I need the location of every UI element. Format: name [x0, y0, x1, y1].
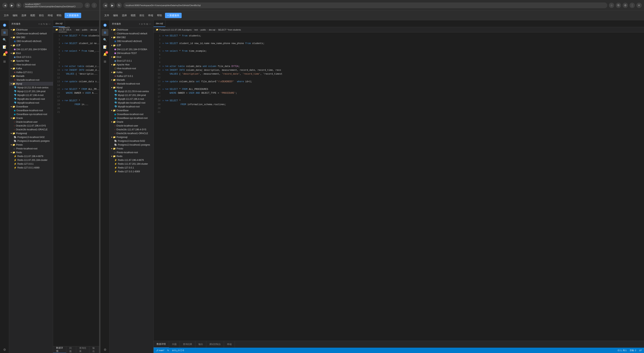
code-line-20[interactable]	[62, 106, 98, 110]
more-icon-right[interactable]: ⋯	[149, 23, 151, 25]
code-line-13[interactable]: ▷ runupdate column_data s...	[62, 80, 98, 84]
code-line-4[interactable]	[62, 45, 98, 49]
tree-item-Postgres13-localhost-5432[interactable]: 🐘Postgres13-localhost-5432	[9, 135, 53, 139]
menu-select-right[interactable]: 选择	[120, 13, 128, 18]
tree-item-DM-111.67.201.184-SYSDBA[interactable]: ⬟DM-111.67.201.184-SYSDBA	[110, 47, 153, 51]
bottom-tab-1[interactable]: 问题	[169, 341, 180, 348]
code-line-21[interactable]	[163, 110, 642, 114]
menu-file-left[interactable]: 文件	[2, 13, 10, 18]
menu-btn-right[interactable]: ⋮	[630, 3, 635, 8]
forward-btn-left[interactable]: ▶	[9, 3, 14, 8]
tree-item-OceanBase-localhost-root[interactable]: ◉OceanBase-localhost-root	[110, 112, 153, 116]
code-content-left[interactable]: ▷ runSELECT * from students; ▷ runSELECT…	[61, 32, 99, 346]
code-line-11[interactable]: VALUES ( 'description', :measurement, 'r…	[163, 72, 642, 76]
menu-help-left[interactable]: 帮助	[55, 13, 63, 18]
tree-item-Redis-111.67.201.184-cluster[interactable]: ⚡Redis-111.67.201.184-cluster	[9, 158, 53, 162]
tree-item-Mysql8-111.67.196.4-root[interactable]: 🐬Mysql8-111.67.196.4-root	[9, 93, 53, 97]
code-line-19[interactable]: FROM in...	[62, 103, 98, 106]
refresh-btn-right[interactable]: ↻	[116, 3, 122, 8]
sidebar-icon-settings-right[interactable]: ⚙	[102, 346, 108, 353]
sidebar-icon-db-left[interactable]: ⊞	[1, 29, 8, 36]
tree-item-Presto[interactable]: ▾ 📁Presto	[9, 143, 53, 147]
run-btn-13[interactable]: ▷ run	[163, 80, 168, 84]
sidebar-icon-notification-right[interactable]: 🔔 18	[102, 51, 108, 58]
tree-item-OceanBase-sys-localhost-root[interactable]: ◉OceanBase-sys-localhost-root	[9, 112, 53, 116]
code-line-7[interactable]	[163, 57, 642, 61]
run-btn-3[interactable]: ▷ run	[62, 42, 68, 45]
tree-item-Redis[interactable]: ▾ 📁Redis	[9, 151, 53, 154]
tree-item-ClickHouse[interactable]: ▾ 📁ClickHouse	[110, 28, 153, 32]
run-btn-9[interactable]: ▷ run	[163, 64, 168, 68]
tree-item-ClickHouse[interactable]: ▾ 📁ClickHouse	[9, 28, 53, 32]
bottom-tab-4[interactable]: 调试控制台	[206, 341, 224, 348]
refresh-btn-left[interactable]: ↻	[16, 3, 22, 8]
tree-item-Mysql8-localhost-root[interactable]: 🐬Mysql8-localhost-root	[9, 101, 53, 105]
run-btn-9[interactable]: ▷ run	[62, 64, 68, 68]
tree-item-Mysql8-dev-localhost2-root[interactable]: 🐬Mysql8-dev-localhost2-root	[110, 101, 153, 105]
menu-goto-left[interactable]: 前往	[38, 13, 46, 18]
tree-item-Kafka-127.0.0.1[interactable]: ≋Kafka-127.0.0.1	[9, 70, 53, 74]
bottom-tab-2[interactable]: 查询结果	[76, 346, 90, 353]
run-btn-15[interactable]: ▷ run	[62, 87, 68, 91]
collapse-icon-left[interactable]: ⧉	[46, 23, 48, 25]
tree-item-Oracle-localhost-user[interactable]: ○Oracle-localhost-user	[9, 120, 53, 124]
refresh-tree-icon-left[interactable]: ↻	[43, 23, 45, 25]
bottom-tab-0[interactable]: 数据详情	[53, 346, 66, 353]
code-content-right[interactable]: ▷ runSELECT * from students; ▷ runSELECT…	[161, 32, 644, 341]
code-line-19[interactable]: FROM information_schema.routines;	[163, 103, 642, 106]
code-line-15[interactable]: ▷ runSELECT * FROM ALL_PROCEDURES	[163, 87, 642, 91]
tree-item-Mysql-111.67.201.184-prod[interactable]: 🐬Mysql-111.67.201.184-prod	[9, 89, 53, 93]
bottom-tab-0[interactable]: 数据详情	[154, 341, 169, 348]
tree-item-Redis-111.67.196.4-6679[interactable]: ⚡Redis-111.67.196.4-6679	[9, 154, 53, 158]
tree-item-Postgresql[interactable]: ▾ 📁Postgresql	[110, 135, 153, 139]
add-service-icon-left[interactable]: +	[38, 23, 40, 25]
back-btn-right[interactable]: ◀	[103, 3, 108, 8]
tree-item-Apache-Hive[interactable]: ▾ 📁Apache Hive	[110, 63, 153, 67]
tree-item-Kafka[interactable]: ▾ 📁Kafka	[110, 70, 153, 74]
code-line-16[interactable]: WHERE OWNER = USER AND OBJECT_TYPE = 'PR…	[163, 91, 642, 95]
tree-item-达梦[interactable]: ▾ 📁达梦	[9, 43, 53, 47]
tree-item-Mysql-10.211.55.6-root-centos[interactable]: 🐬Mysql-10.211.55.6-root-centos	[110, 89, 153, 93]
tree-item-Postgres13-localhost1-postgres[interactable]: 🐘Postgres13-localhost1-postgres	[110, 143, 153, 147]
menu-edit-left[interactable]: 编辑	[11, 13, 19, 18]
url-bar-left[interactable]: localhost:8080/?workspaceDir=/Users/yanq…	[23, 2, 83, 8]
tree-item-OceanBase-sys-localhost-root[interactable]: ◉OceanBase-sys-localhost-root	[110, 116, 153, 120]
run-btn-1[interactable]: ▷ run	[163, 34, 168, 38]
tree-item-Hive-localhost-root[interactable]: ⬡Hive-localhost-root	[9, 63, 53, 67]
new-service-btn-left[interactable]: + 新建服务	[64, 13, 81, 18]
menu-terminal-right[interactable]: 终端	[147, 13, 155, 18]
bottom-tab-5[interactable]: 终端	[224, 341, 235, 348]
tree-item-Mariadb-localhost-root[interactable]: ⚙Mariadb-localhost-root	[9, 78, 53, 82]
filter-icon-right[interactable]: ⊙	[141, 23, 143, 25]
bottom-tab-2[interactable]: 查询结果	[180, 341, 196, 348]
tree-item-Oracle18c-localhost1-ORACLE[interactable]: ○Oracle18c-localhost1-ORACLE	[110, 131, 153, 135]
code-line-12[interactable]	[62, 76, 98, 80]
code-line-2[interactable]	[163, 38, 642, 42]
tree-item-Mysql-111.67.201.184-prod[interactable]: 🐬Mysql-111.67.201.184-prod	[110, 93, 153, 97]
code-line-1[interactable]: ▷ runSELECT * from students;	[163, 34, 642, 38]
code-line-7[interactable]	[62, 57, 98, 61]
tree-item-Redis-111.67.201.184-cluster[interactable]: ⚡Redis-111.67.201.184-cluster	[110, 162, 153, 166]
run-btn-5[interactable]: ▷ run	[62, 49, 68, 53]
code-line-6[interactable]	[62, 53, 98, 57]
code-line-10[interactable]: ▷ runINSERT INTO column_data( descriptio…	[163, 68, 642, 72]
tree-item-Mysql8-dev-localhost2-root[interactable]: 🐬Mysql8-dev-localhost2-root	[9, 97, 53, 101]
code-line-15[interactable]: ▷ runSELECT * FROM ALL_PR...	[62, 87, 98, 91]
sidebar-icon-grid-left[interactable]: ⊞	[1, 58, 8, 65]
tree-item-ClickHouse-localhost2-default[interactable]: ⬡ClickHouse-localhost2-default	[9, 32, 53, 35]
code-line-9[interactable]: ▷ runalter table column_c...	[62, 64, 98, 68]
tree-item-Oracle-localhost-user[interactable]: ○Oracle-localhost-user	[110, 124, 153, 128]
ext-btn-right[interactable]: ⧉	[616, 3, 621, 8]
tree-item-OceanBase[interactable]: ▾ 📁OceanBase	[9, 105, 53, 109]
split-close-right[interactable]: ✕	[636, 3, 642, 8]
tree-item-Etcd[interactable]: ▾ 📁Etcd	[110, 55, 153, 59]
tree-item-Redis[interactable]: ▾ 📁Redis	[110, 154, 153, 158]
sidebar-icon-logo-right[interactable]: G	[102, 22, 108, 29]
sidebar-icon-settings-left[interactable]: ⚙	[1, 346, 8, 353]
menu-terminal-left[interactable]: 终端	[46, 13, 54, 18]
tree-item-Mariadb-localhost-root[interactable]: ⚙Mariadb-localhost-root	[110, 82, 153, 86]
code-line-3[interactable]: ▷ runSELECT student_id new_id,name new_n…	[163, 42, 642, 45]
tree-item-Mysql8-localhost-root[interactable]: 🐬Mysql8-localhost-root	[110, 105, 153, 109]
code-line-18[interactable]: ▷ runSELECT *	[163, 99, 642, 103]
run-btn-5[interactable]: ▷ run	[163, 49, 168, 53]
